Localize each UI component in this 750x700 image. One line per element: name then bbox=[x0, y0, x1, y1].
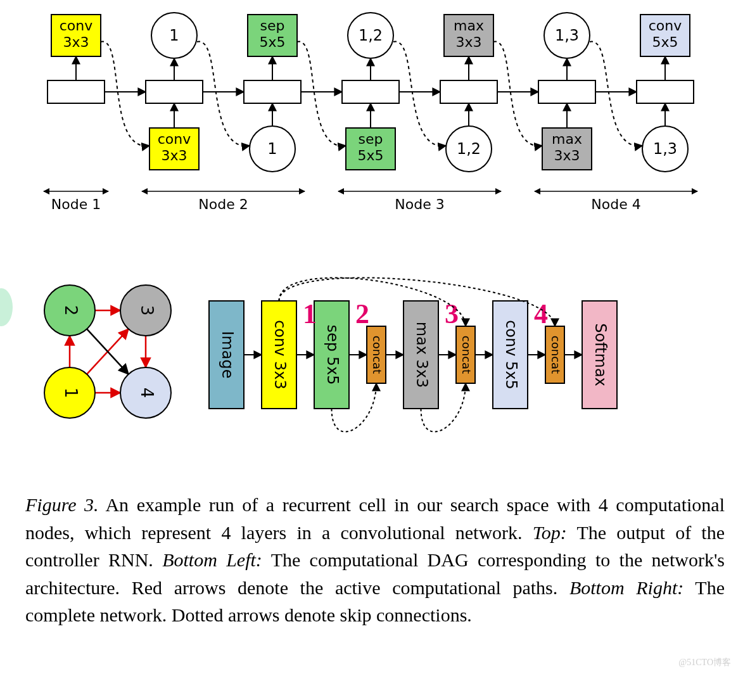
svg-text:sep: sep bbox=[359, 131, 383, 147]
dashed-loop bbox=[493, 42, 542, 146]
svg-text:1: 1 bbox=[61, 388, 80, 398]
svg-text:sep: sep bbox=[260, 18, 285, 34]
svg-text:2: 2 bbox=[61, 305, 80, 316]
svg-text:4: 4 bbox=[137, 388, 156, 398]
rnn-cell bbox=[538, 80, 595, 103]
rnn-cell bbox=[244, 80, 301, 103]
svg-text:1,3: 1,3 bbox=[555, 27, 579, 44]
watermark: @51CTO博客 bbox=[678, 657, 731, 668]
rnn-cell bbox=[637, 80, 694, 103]
svg-text:Image: Image bbox=[219, 331, 236, 378]
svg-text:3x3: 3x3 bbox=[63, 34, 89, 50]
dashed-loop bbox=[101, 42, 149, 146]
svg-text:conv: conv bbox=[158, 131, 191, 147]
svg-text:sep 5x5: sep 5x5 bbox=[324, 325, 341, 385]
svg-text:conv: conv bbox=[649, 18, 682, 34]
svg-text:3x3: 3x3 bbox=[455, 34, 481, 50]
svg-text:Node 2: Node 2 bbox=[198, 196, 248, 212]
svg-text:concat: concat bbox=[371, 336, 384, 374]
svg-text:Node 4: Node 4 bbox=[591, 196, 640, 212]
edge-blob bbox=[0, 288, 13, 326]
handwritten-mark: 4 bbox=[534, 298, 548, 329]
rnn-cell bbox=[342, 80, 399, 103]
svg-text:5x5: 5x5 bbox=[357, 148, 383, 163]
dashed-loop bbox=[297, 42, 346, 146]
svg-text:concat: concat bbox=[460, 336, 473, 374]
svg-text:3x3: 3x3 bbox=[161, 148, 187, 163]
svg-text:1,2: 1,2 bbox=[359, 27, 383, 44]
svg-text:max 3x3: max 3x3 bbox=[413, 322, 431, 388]
svg-text:5x5: 5x5 bbox=[652, 34, 678, 50]
svg-text:Softmax: Softmax bbox=[592, 323, 609, 386]
svg-text:Node 3: Node 3 bbox=[395, 196, 444, 212]
dashed-loop bbox=[393, 42, 446, 146]
svg-text:Node 1: Node 1 bbox=[51, 196, 101, 212]
svg-text:1: 1 bbox=[267, 140, 277, 158]
figure-caption: Figure 3. An example run of a recurrent … bbox=[25, 491, 725, 629]
svg-text:3: 3 bbox=[137, 305, 156, 316]
handwritten-mark: 2 bbox=[355, 298, 369, 329]
rnn-cell bbox=[48, 80, 105, 103]
svg-text:5x5: 5x5 bbox=[259, 34, 285, 50]
svg-text:conv 5x5: conv 5x5 bbox=[502, 320, 520, 390]
dashed-loop bbox=[590, 42, 642, 146]
svg-text:3x3: 3x3 bbox=[554, 148, 580, 163]
figure-3: conv3x31conv3x3sep5x511,2sep5x5max3x31,2… bbox=[0, 0, 750, 700]
svg-text:concat: concat bbox=[549, 336, 562, 374]
svg-text:conv 3x3: conv 3x3 bbox=[271, 320, 289, 390]
svg-text:max: max bbox=[552, 131, 582, 147]
handwritten-mark: 3 bbox=[445, 298, 459, 329]
svg-text:conv: conv bbox=[60, 18, 93, 34]
svg-text:max: max bbox=[454, 18, 484, 34]
handwritten-mark: 1 bbox=[303, 298, 317, 329]
rnn-cell bbox=[146, 80, 203, 103]
svg-text:1: 1 bbox=[169, 27, 179, 44]
rnn-cell bbox=[440, 80, 497, 103]
svg-text:1,3: 1,3 bbox=[653, 140, 677, 158]
dashed-loop bbox=[197, 42, 250, 146]
svg-text:1,2: 1,2 bbox=[457, 140, 481, 158]
caption-fig: Figure 3. bbox=[25, 494, 99, 515]
